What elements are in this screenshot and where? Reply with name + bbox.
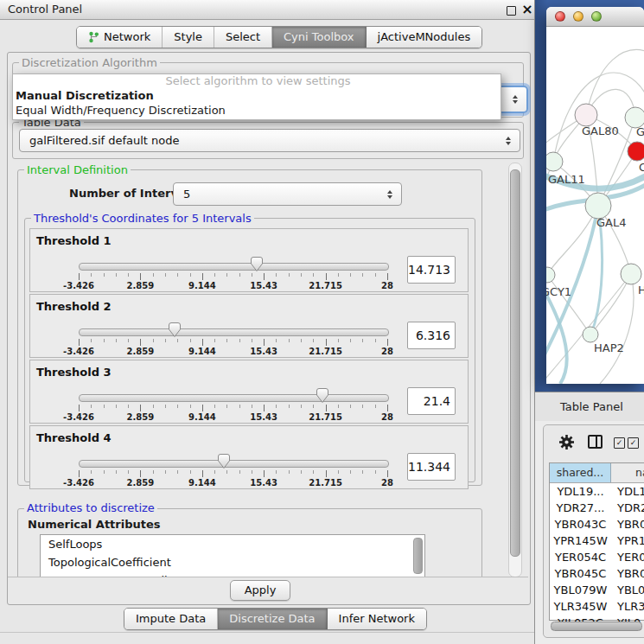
network-node-label: H xyxy=(638,284,644,296)
table-header-row: shared... na xyxy=(550,463,644,483)
network-icon xyxy=(88,31,99,43)
threshold-3-value-input[interactable] xyxy=(407,387,456,415)
algorithm-dropdown-popup: Select algorithm to view settingsManual … xyxy=(12,73,501,120)
network-edge[interactable] xyxy=(586,50,644,115)
column-header-shared-name[interactable]: shared... xyxy=(550,463,611,482)
threshold-4-slider-thumb[interactable] xyxy=(217,453,231,470)
list-scrollbar[interactable] xyxy=(413,538,423,574)
network-node-gal11[interactable] xyxy=(546,152,563,171)
table-row[interactable]: YBR045CYBR0 xyxy=(550,565,644,582)
number-of-intervals-combobox[interactable]: 5 xyxy=(173,182,402,206)
column-header-name[interactable]: na xyxy=(611,463,644,482)
threshold-4-value-input[interactable] xyxy=(407,453,456,481)
cell-shared-name: YBL079W xyxy=(550,582,611,598)
apply-button[interactable]: Apply xyxy=(230,580,290,601)
table-row[interactable]: YDL19...YDL1 xyxy=(550,483,644,500)
tab-infer-network[interactable]: Infer Network xyxy=(328,609,426,629)
network-canvas[interactable]: GAL80GACGAL11GAL4GCY1HHAP2 xyxy=(546,26,644,384)
table-row[interactable]: YBR043CYBR0 xyxy=(550,516,644,532)
table-row[interactable]: YDR27...YDR2 xyxy=(550,500,644,516)
network-node-gal80[interactable] xyxy=(575,104,597,126)
cell-shared-name: YBR043C xyxy=(550,516,611,532)
network-node-gcy1[interactable] xyxy=(546,267,555,283)
tab-select[interactable]: Select xyxy=(214,27,272,48)
table-row[interactable]: YLR345WYLR3 xyxy=(550,598,644,615)
threshold-2-box: Threshold 2-3.4262.8599.14415.4321.71528 xyxy=(29,294,469,358)
zoom-traffic-light-icon[interactable] xyxy=(591,11,602,22)
checked-checkbox-icon[interactable]: ✓ xyxy=(628,437,639,449)
tab-label: Cyni Toolbox xyxy=(284,27,354,48)
network-node-label: C xyxy=(639,161,644,174)
separator xyxy=(8,577,528,577)
split-columns-icon[interactable] xyxy=(588,435,603,449)
network-node-gal4[interactable] xyxy=(585,193,611,219)
slider-scale-labels: -3.4262.8599.14415.4321.71528 xyxy=(79,478,387,488)
attribute-list-item[interactable]: SelfLoops xyxy=(41,535,424,553)
network-edge[interactable] xyxy=(600,274,634,384)
dropdown-item[interactable]: Equal Width/Frequency Discretization xyxy=(13,103,501,118)
gear-icon[interactable] xyxy=(558,434,575,450)
cell-shared-name: YLR345W xyxy=(550,598,611,615)
tab-discretize-data[interactable]: Discretize Data xyxy=(218,609,327,629)
combo-arrows-icon xyxy=(502,137,514,145)
tab-label: Infer Network xyxy=(339,609,415,629)
network-edge-highlighted[interactable] xyxy=(546,285,567,384)
thresholds-group-label: Threshold's Coordinates for 5 Intervals xyxy=(31,213,254,224)
network-node-c[interactable] xyxy=(628,142,644,161)
attribute-list-item[interactable]: TopologicalCoefficient xyxy=(41,553,424,571)
threshold-3-slider-thumb[interactable] xyxy=(316,387,329,405)
main-scrollbar[interactable] xyxy=(508,163,522,577)
threshold-label: Threshold 1 xyxy=(36,234,112,247)
dropdown-item[interactable]: Manual Discretization xyxy=(13,88,501,103)
cell-name: YBL0 xyxy=(611,582,644,598)
slider-track[interactable] xyxy=(79,328,389,336)
cell-shared-name: YBR045C xyxy=(550,565,611,582)
main-scrollbar-thumb[interactable] xyxy=(510,169,520,557)
cell-name: YER0 xyxy=(611,549,644,565)
tab-jactivemnodules[interactable]: jActiveMNodules xyxy=(367,27,482,48)
threshold-2-slider-thumb[interactable] xyxy=(168,322,182,339)
minimize-traffic-light-icon[interactable] xyxy=(573,11,583,22)
network-edge[interactable] xyxy=(590,274,631,335)
cell-name: YDR2 xyxy=(611,500,644,516)
combo-arrows-icon xyxy=(384,190,396,199)
control-panel-titlebar: Control Panel × xyxy=(0,0,534,20)
table-data-selected: galFiltered.sif default node xyxy=(20,134,502,147)
threshold-1-slider-thumb[interactable] xyxy=(250,256,264,273)
tab-label: Style xyxy=(174,27,202,48)
tab-impute-data[interactable]: Impute Data xyxy=(124,609,218,629)
window-title: Control Panel xyxy=(8,0,82,19)
table-horizontal-scrollbar[interactable] xyxy=(551,622,642,631)
network-node-h[interactable] xyxy=(621,264,641,284)
cell-shared-name: YPR145W xyxy=(550,532,611,549)
table-data-combobox[interactable]: galFiltered.sif default node xyxy=(19,129,520,152)
close-traffic-light-icon[interactable] xyxy=(555,11,565,22)
tab-label: Discretize Data xyxy=(229,609,315,629)
node-table: shared... na YDL19...YDL1YDR27...YDR2YBR… xyxy=(549,462,644,621)
tab-label: Select xyxy=(226,27,260,48)
tab-style[interactable]: Style xyxy=(163,27,214,48)
tab-cyni-toolbox[interactable]: Cyni Toolbox xyxy=(272,27,367,48)
table-row[interactable]: YPR145WYPR1 xyxy=(550,532,644,549)
numerical-attributes-list[interactable]: SelfLoopsTopologicalCoefficientBetweenne… xyxy=(40,534,425,577)
cell-name: YDL1 xyxy=(611,483,644,500)
network-node-hap2[interactable] xyxy=(583,327,598,342)
slider-ticks xyxy=(79,470,387,478)
checked-checkbox-icon[interactable]: ✓ xyxy=(614,437,625,449)
slider-track[interactable] xyxy=(79,263,389,271)
network-node-label: GAL80 xyxy=(582,124,619,137)
threshold-3-box: Threshold 3-3.4262.8599.14415.4321.71528 xyxy=(29,360,469,424)
tab-label: Impute Data xyxy=(136,609,206,629)
table-row[interactable]: YBL079WYBL0 xyxy=(550,582,644,598)
threshold-1-value-input[interactable] xyxy=(407,256,456,284)
threshold-2-value-input[interactable] xyxy=(407,322,456,349)
algorithm-group-label: Discretization Algorithm xyxy=(19,57,160,68)
tab-network[interactable]: Network xyxy=(77,27,163,48)
panel-bottom-edge xyxy=(0,632,534,633)
window-close-icon[interactable]: × xyxy=(520,0,534,19)
number-of-intervals-value: 5 xyxy=(174,188,384,201)
window-float-icon[interactable] xyxy=(507,6,516,16)
slider-track[interactable] xyxy=(79,394,389,402)
slider-track[interactable] xyxy=(79,460,389,468)
table-row[interactable]: YER054CYER0 xyxy=(550,549,644,565)
